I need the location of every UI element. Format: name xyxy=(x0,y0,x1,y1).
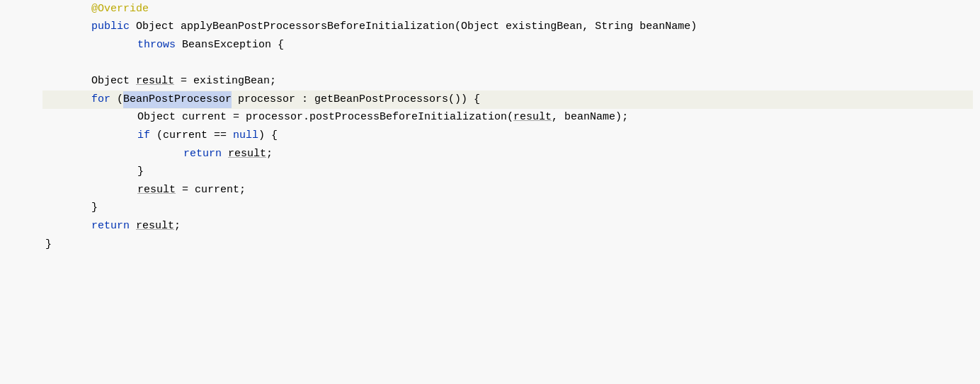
gutter-line xyxy=(0,54,30,73)
token-plain: (Object existingBean, String beanName) xyxy=(455,18,697,35)
token-underline: result xyxy=(136,73,174,90)
token-underline: result xyxy=(137,182,176,199)
token-plain: (current == xyxy=(156,127,233,144)
gutter-line xyxy=(0,36,30,54)
gutter-line xyxy=(0,235,30,254)
gutter-line: 💡 xyxy=(0,91,30,109)
token-underline: result xyxy=(136,218,174,235)
gutter-line xyxy=(0,0,30,18)
code-line: } xyxy=(42,235,973,254)
token-plain: applyBeanPostProcessorsBeforeInitializat… xyxy=(181,18,455,35)
gutter-line xyxy=(0,18,30,37)
token-plain: } xyxy=(91,199,98,216)
token-keyword: return xyxy=(183,146,228,163)
token-plain: ( xyxy=(117,91,123,108)
token-plain: Object current = processor.postProcessBe… xyxy=(137,109,513,126)
token-plain: ; xyxy=(174,218,181,235)
token-class-highlight: BeanPostProcessor xyxy=(123,91,232,108)
token-keyword: return xyxy=(91,218,136,235)
token-plain: } xyxy=(45,236,52,253)
token-underline: result xyxy=(228,146,266,163)
code-line: for (BeanPostProcessor processor : getBe… xyxy=(42,91,973,109)
code-line: return result; xyxy=(42,145,973,163)
gutter-line xyxy=(0,217,30,235)
token-keyword: public xyxy=(91,18,136,35)
code-line: if (current == null) { xyxy=(42,127,973,145)
code-line: result = current; xyxy=(42,181,973,199)
token-plain: Object xyxy=(91,73,136,90)
gutter-line xyxy=(0,145,30,163)
token-plain: ) { xyxy=(258,127,278,144)
token-keyword: if xyxy=(137,127,156,144)
code-line: Object result = existingBean; xyxy=(42,72,973,91)
token-annotation: @Override xyxy=(91,1,149,18)
token-plain: = current; xyxy=(176,182,246,199)
token-plain: } xyxy=(137,163,144,180)
gutter-line xyxy=(0,199,30,218)
code-line: } xyxy=(42,199,973,218)
token-plain: = existingBean; xyxy=(174,73,276,90)
token-plain: Object xyxy=(136,18,181,35)
gutter-line xyxy=(0,109,30,127)
gutter-line xyxy=(0,72,30,91)
code-area[interactable]: @Overridepublic Object applyBeanPostProc… xyxy=(35,0,980,384)
token-underline: result xyxy=(513,109,552,126)
code-line: } xyxy=(42,163,973,181)
token-keyword: for xyxy=(91,91,117,108)
line-numbers: 💡 xyxy=(0,0,35,384)
token-keyword: throws xyxy=(137,37,182,54)
code-line: throws BeansException { xyxy=(42,36,973,54)
token-plain: BeansException { xyxy=(182,37,284,54)
token-plain: ; xyxy=(266,146,273,163)
gutter-line xyxy=(0,181,30,199)
token-keyword: null xyxy=(233,127,258,144)
code-line: Object current = processor.postProcessBe… xyxy=(42,109,973,127)
code-line xyxy=(42,54,973,73)
code-line: return result; xyxy=(42,217,973,235)
code-line: public Object applyBeanPostProcessorsBef… xyxy=(42,18,973,37)
token-plain: , beanName); xyxy=(552,109,628,126)
code-editor: 💡 @Overridepublic Object applyBeanPostPr… xyxy=(0,0,980,384)
token-plain: processor : getBeanPostProcessors()) { xyxy=(232,91,480,108)
gutter-line xyxy=(0,163,30,181)
code-line: @Override xyxy=(42,0,973,18)
gutter-line xyxy=(0,127,30,145)
